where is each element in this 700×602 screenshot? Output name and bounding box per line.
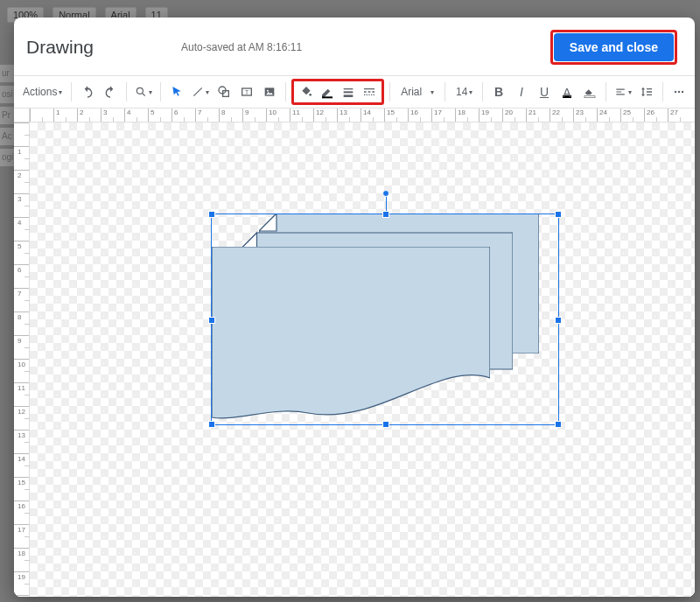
svg-point-24 bbox=[675, 91, 676, 93]
svg-rect-11 bbox=[344, 88, 354, 89]
image-icon bbox=[262, 85, 276, 99]
zoom-button[interactable]: ▾ bbox=[132, 80, 155, 103]
highlight-icon bbox=[583, 85, 597, 99]
svg-line-2 bbox=[194, 88, 202, 95]
line-spacing-button[interactable] bbox=[636, 80, 657, 103]
resize-handle-sw[interactable] bbox=[208, 421, 215, 428]
save-button-highlight: Save and close bbox=[550, 30, 677, 65]
font-family-select[interactable]: Arial▾ bbox=[396, 80, 439, 103]
fill-color-icon bbox=[299, 85, 313, 99]
border-color-icon bbox=[320, 85, 334, 99]
svg-rect-10 bbox=[322, 96, 332, 98]
border-dash-icon bbox=[362, 85, 376, 99]
save-and-close-button[interactable]: Save and close bbox=[554, 33, 674, 61]
wave-shape-front[interactable] bbox=[212, 247, 490, 420]
svg-point-25 bbox=[678, 91, 680, 93]
ruler-corner bbox=[14, 108, 30, 122]
svg-text:T: T bbox=[245, 89, 248, 95]
undo-icon bbox=[80, 85, 94, 99]
line-tool[interactable]: ▾ bbox=[189, 80, 212, 103]
horizontal-ruler[interactable]: 1234567891011121314151617181920212223242… bbox=[30, 108, 695, 122]
drawing-canvas[interactable] bbox=[30, 122, 695, 597]
resize-handle-ne[interactable] bbox=[555, 211, 562, 218]
shape-icon bbox=[217, 85, 231, 99]
cursor-icon bbox=[170, 85, 184, 99]
more-icon bbox=[672, 85, 686, 99]
border-dash-button[interactable] bbox=[359, 80, 380, 103]
svg-point-0 bbox=[137, 88, 144, 94]
rotate-handle[interactable] bbox=[382, 190, 389, 197]
background-side-text: ur osi Pr Ac ogi bbox=[0, 65, 14, 170]
border-tools-highlight bbox=[291, 79, 384, 105]
drawing-dialog: Drawing Auto-saved at AM 8:16:11 Save an… bbox=[14, 18, 695, 597]
align-icon bbox=[614, 85, 626, 99]
line-icon bbox=[192, 85, 204, 99]
svg-rect-12 bbox=[344, 91, 354, 93]
svg-rect-17 bbox=[584, 96, 595, 98]
textbox-tool[interactable]: T bbox=[236, 80, 257, 103]
bold-button[interactable]: B bbox=[488, 80, 509, 103]
svg-rect-13 bbox=[344, 94, 354, 97]
zoom-icon bbox=[135, 85, 147, 99]
actions-menu[interactable]: Actions▾ bbox=[19, 80, 66, 103]
text-color-button[interactable]: A bbox=[556, 80, 578, 103]
border-weight-button[interactable] bbox=[338, 80, 359, 103]
underline-button[interactable]: U bbox=[534, 80, 555, 103]
resize-handle-nw[interactable] bbox=[208, 211, 215, 218]
resize-handle-e[interactable] bbox=[555, 317, 562, 324]
select-tool[interactable] bbox=[166, 80, 187, 103]
redo-icon bbox=[103, 85, 117, 99]
shape-tool[interactable] bbox=[214, 80, 234, 103]
svg-point-8 bbox=[267, 90, 269, 92]
image-tool[interactable] bbox=[259, 80, 280, 103]
more-button[interactable] bbox=[668, 80, 690, 103]
font-size-select[interactable]: 14▾ bbox=[451, 80, 477, 103]
highlight-color-button[interactable] bbox=[579, 80, 600, 103]
drawing-toolbar: Actions▾ ▾ ▾ T Arial▾ 14▾ B I U A ▾ bbox=[14, 75, 695, 108]
shape-group[interactable] bbox=[222, 214, 555, 441]
undo-button[interactable] bbox=[77, 80, 98, 103]
textbox-icon: T bbox=[240, 85, 254, 99]
border-weight-icon bbox=[341, 85, 355, 99]
italic-button[interactable]: I bbox=[511, 80, 532, 103]
line-spacing-icon bbox=[640, 85, 654, 99]
svg-line-1 bbox=[143, 94, 145, 96]
fill-color-button[interactable] bbox=[296, 80, 317, 103]
resize-handle-se[interactable] bbox=[555, 421, 562, 428]
dialog-title: Drawing bbox=[26, 37, 94, 58]
canvas-area: 1234567891011121314151617181920212223242… bbox=[14, 108, 695, 597]
dialog-header: Drawing Auto-saved at AM 8:16:11 Save an… bbox=[14, 18, 695, 75]
svg-point-26 bbox=[682, 91, 683, 93]
vertical-ruler[interactable]: 1234567891011121314151617181920 bbox=[14, 122, 30, 597]
svg-point-9 bbox=[310, 94, 312, 96]
border-color-button[interactable] bbox=[317, 80, 338, 103]
autosave-status: Auto-saved at AM 8:16:11 bbox=[181, 41, 302, 53]
redo-button[interactable] bbox=[100, 80, 121, 103]
align-button[interactable]: ▾ bbox=[612, 80, 634, 103]
